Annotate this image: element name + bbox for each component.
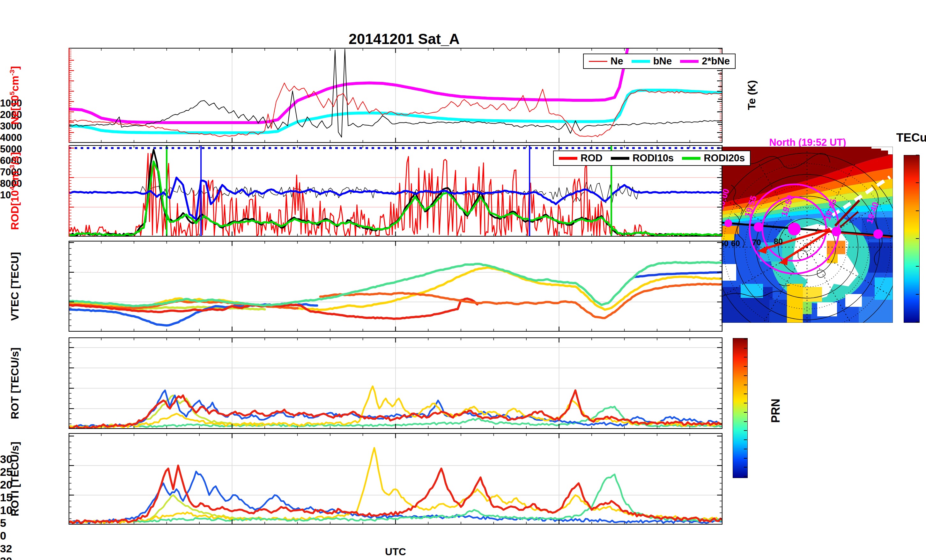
legend-entry-ROD: ROD	[559, 153, 602, 164]
prn-cbar-tick-32: 32	[0, 542, 926, 555]
xtick-19:55: 19:55	[0, 436, 463, 448]
xtick-19:45: 19:45	[0, 413, 463, 425]
prn-cbar-tickmark	[744, 366, 747, 367]
prn-cbar-tickmark	[744, 357, 747, 357]
legend-line-sample	[680, 60, 699, 63]
tec-cbar-tickmark	[916, 210, 919, 211]
prn-cbar-tickmark	[744, 339, 747, 339]
ytick-right-3000: 3000	[0, 121, 926, 132]
ytick-right-2000: 2000	[0, 109, 926, 121]
tec-cbar-tick-10: 10	[0, 504, 926, 517]
prn-cbar-tickmark	[744, 384, 747, 385]
lat-label-50: 50	[722, 239, 729, 248]
tec-cbar-tickmark	[916, 266, 919, 266]
legend-entry-RODI10s: RODI10s	[611, 153, 674, 164]
prn-cbar-tick-30: 30	[0, 555, 926, 560]
figure-canvas: 20141201 Sat_A UTC Te (K) North (19:52 U…	[0, 0, 926, 560]
legend-line-sample	[611, 157, 629, 160]
legend-entry-2*bNe: 2*bNe	[680, 56, 730, 67]
prn-cbar-tickmark	[744, 476, 747, 477]
prn-cbar-tickmark	[744, 421, 747, 422]
tec-cbar-tickmark	[916, 238, 919, 239]
legend-line-sample	[632, 60, 650, 63]
tec-cbar-tickmark	[916, 155, 919, 155]
tec-cbar-tick-25: 25	[0, 466, 926, 478]
legend-line-sample	[559, 157, 577, 160]
series-vtec-PRN_orange_b	[320, 284, 722, 318]
figure-title: 20141201 Sat_A	[349, 30, 460, 47]
tec-cbar-tick-30: 30	[0, 453, 926, 466]
ytick-right-4000: 4000	[0, 132, 926, 144]
prn-cbar-tickmark	[744, 449, 747, 450]
prn-cbar-tickmark	[744, 394, 747, 394]
lat-label-70: 70	[752, 238, 761, 247]
ytick-right-1000: 1000	[0, 98, 926, 109]
legend-entry-RODI20s: RODI20s	[682, 153, 745, 164]
prn-cbar-tickmark	[744, 403, 747, 403]
legend-entry-bNe: bNe	[632, 56, 672, 67]
tec-cbar-tickmark	[916, 294, 919, 295]
tec-cbar-tickmark	[916, 322, 919, 322]
prn-cbar-tickmark	[744, 439, 747, 440]
legend-line-sample	[589, 61, 607, 62]
tec-cbar-tickmark	[916, 182, 919, 183]
prn-cbar-tickmark	[744, 375, 747, 376]
series-rod-mid_noise_c	[549, 182, 641, 203]
xtick-19:40: 19:40	[0, 402, 463, 413]
prn-cbar-tickmark	[744, 458, 747, 459]
prn-cbar-tickmark	[744, 430, 747, 431]
legend-entry-Ne: Ne	[589, 56, 623, 67]
tec-cbar-tick-5: 5	[0, 517, 926, 530]
prn-cbar-tickmark	[744, 412, 747, 413]
panel-vtec	[68, 241, 722, 331]
prn-cbar-tickmark	[744, 348, 747, 348]
tec-cbar-tick-20: 20	[0, 478, 926, 491]
lat-label-80: 80	[774, 237, 783, 246]
ylabel-ne_te: Ne[105cm-3]	[8, 66, 21, 125]
legend-ne_te: NebNe2*bNe	[583, 54, 735, 69]
xtick-19:50: 19:50	[0, 425, 463, 436]
prn-cbar-tickmark	[744, 467, 747, 468]
legend-line-sample	[682, 157, 701, 160]
ylabel-rod: ROD[104cm-3/s]	[8, 152, 21, 230]
legend-rod: RODRODI10sRODI20s	[553, 151, 750, 166]
tec-cbar-tick-15: 15	[0, 491, 926, 504]
prn-colorbar-label: PRN	[769, 399, 782, 423]
ylabel-vtec: VTEC [TECU]	[9, 252, 21, 321]
lat-label-60: 60	[731, 239, 740, 248]
tec-cbar-tick-0: 0	[0, 530, 926, 542]
